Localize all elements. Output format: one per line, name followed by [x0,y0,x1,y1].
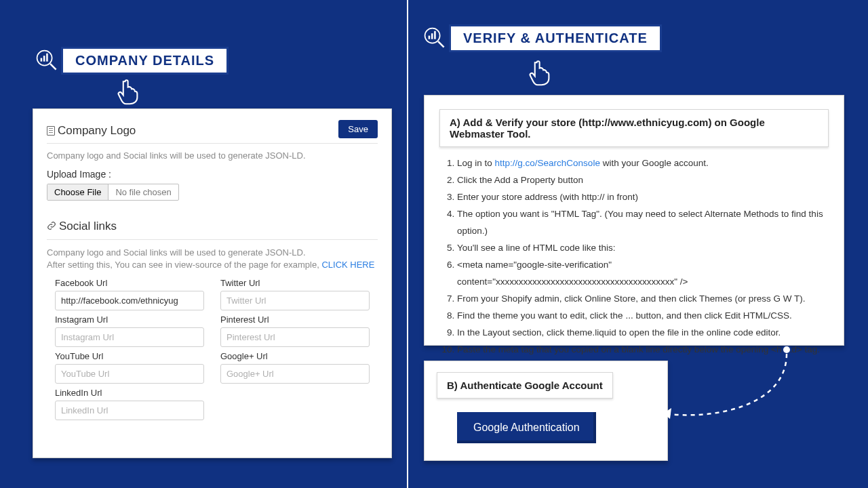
step-item: In the Layout section, click theme.liqui… [457,325,829,342]
instagram-field: Instagram Url [55,314,204,347]
social-links-heading-text: Social links [59,220,117,232]
steps-list: Log in to http://g.co/SearchConsole with… [439,155,829,375]
youtube-input[interactable] [55,364,204,384]
logo-helper-text: Company logo and Social links will be us… [47,150,378,161]
save-button[interactable]: Save [338,120,378,138]
twitter-input[interactable] [220,291,370,310]
verify-authenticate-badge: VERIFY & AUTHENTICATE [420,24,662,52]
twitter-label: Twitter Url [220,278,370,288]
instagram-label: Instagram Url [55,314,204,325]
facebook-field: Facebook Url [55,278,204,310]
googleplus-label: Google+ Url [220,351,370,361]
svg-rect-4 [46,54,48,62]
company-details-card: Save Company Logo Company logo and Socia… [33,108,392,458]
googleplus-input[interactable] [220,364,370,384]
linkedin-label: LinkedIn Url [55,388,204,398]
step-item: Find the theme you want to edit, click t… [457,308,829,325]
google-authentication-button[interactable]: Google Authentication [457,412,596,443]
upload-image-label: Upload Image : [47,169,378,180]
chart-magnify-icon [33,46,61,75]
linkedin-field: LinkedIn Url [55,388,204,420]
file-input[interactable]: Choose File No file chosen [47,184,179,201]
choose-file-button[interactable]: Choose File [47,184,108,200]
verify-authenticate-title: VERIFY & AUTHENTICATE [463,30,648,45]
googleplus-field: Google+ Url [220,351,370,384]
step-item: <meta name="google-site-verification" co… [457,257,829,291]
pinterest-input[interactable] [220,327,370,347]
svg-rect-8 [431,33,433,39]
divider [47,143,378,144]
hand-pointer-icon [526,57,555,87]
vertical-divider [407,0,408,488]
linkedin-input[interactable] [55,401,204,420]
svg-rect-2 [41,58,43,62]
step-item: The option you want is "HTML Tag". (You … [457,206,829,240]
svg-rect-9 [434,31,436,39]
verify-store-card: A) Add & Verify your store (http://www.e… [424,95,844,346]
step-item: From your Shopify admin, click Online St… [457,291,829,308]
instagram-input[interactable] [55,327,204,347]
authenticate-card: B) Authenticate Google Account Google Au… [424,361,668,461]
facebook-label: Facebook Url [55,278,204,288]
svg-line-1 [50,64,56,70]
svg-rect-7 [429,36,431,39]
youtube-field: YouTube Url [55,351,204,384]
no-file-text: No file chosen [108,184,178,200]
divider [47,239,378,240]
company-details-title: COMPANY DETAILS [75,53,214,68]
company-logo-heading: Company Logo [47,124,378,138]
document-icon [47,126,55,136]
svg-line-6 [438,41,444,47]
facebook-input[interactable] [55,291,204,310]
pinterest-label: Pinterest Url [220,314,370,325]
link-icon [47,220,56,234]
click-here-link[interactable]: CLICK HERE [321,260,374,270]
social-helper-text: Company logo and Social links will be us… [47,247,378,271]
search-console-link[interactable]: http://g.co/SearchConsole [495,158,600,168]
twitter-field: Twitter Url [220,278,370,310]
step-item: You'll see a line of HTML code like this… [457,240,829,257]
chart-magnify-icon [420,24,449,52]
step-item: Paste the meta tag that you copied on a … [457,342,829,359]
svg-rect-3 [43,56,45,62]
step-item: Click the Add a Property button [457,172,829,189]
step-item: Enter your store address (with http:// i… [457,189,829,206]
company-logo-heading-text: Company Logo [58,124,136,137]
section-a-heading: A) Add & Verify your store (http://www.e… [439,109,829,147]
social-links-heading: Social links [47,220,378,234]
youtube-label: YouTube Url [55,351,204,361]
section-b-heading: B) Authenticate Google Account [437,372,613,399]
company-details-badge: COMPANY DETAILS [33,46,229,75]
pinterest-field: Pinterest Url [220,314,370,347]
hand-pointer-icon [114,76,144,106]
step-item: Log in to http://g.co/SearchConsole with… [457,155,829,172]
